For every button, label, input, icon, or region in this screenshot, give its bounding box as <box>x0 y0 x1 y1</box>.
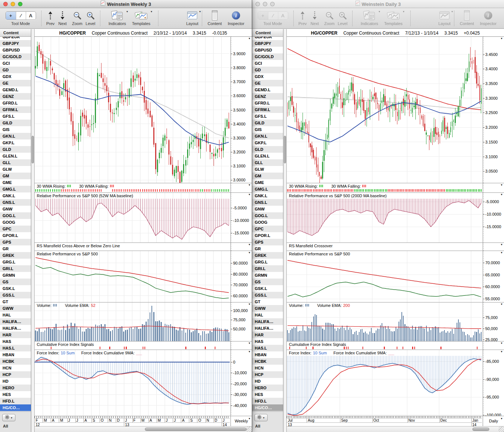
sidebar-item-gemdl[interactable]: GEMD.L <box>0 86 31 93</box>
mansfield-panel-collapse-caret[interactable]: ▼ <box>248 243 251 246</box>
next-button[interactable]: Next <box>309 10 320 26</box>
templates-menu-caret[interactable]: ▾ <box>151 10 152 13</box>
sidebar-item-hfdl[interactable]: HFD.L <box>0 398 31 404</box>
minimize-button[interactable] <box>263 2 267 6</box>
sidebar-item-gm[interactable]: GM <box>0 173 31 179</box>
sidebar-item-gci[interactable]: GCI <box>252 60 283 67</box>
sidebar-item-gme[interactable]: GME <box>0 179 31 186</box>
sidebar-item-ge[interactable]: GE <box>252 80 283 86</box>
price-panel-collapse-caret[interactable]: ▼ <box>248 37 251 40</box>
zoom-level-button[interactable]: Level <box>336 10 349 26</box>
sidebar-scrollbar-thumb[interactable] <box>32 136 34 163</box>
resize-grip[interactable] <box>498 426 504 432</box>
sidebar-item-gbpeur[interactable]: GBPEUR <box>0 37 31 40</box>
sidebar-item-gnkl[interactable]: GNK.L <box>0 192 31 199</box>
sidebar-item-hal[interactable]: HAL <box>0 312 31 318</box>
indicators-button[interactable]: ▾Indicators <box>106 10 129 26</box>
layout-menu-caret[interactable]: ▾ <box>199 10 201 13</box>
sidebar-item-has[interactable]: HAS <box>0 338 31 345</box>
sidebar-item-genz[interactable]: GENZ <box>252 93 283 100</box>
sidebar-item-goog[interactable]: GOOG <box>252 219 283 226</box>
sidebar-item-gnw[interactable]: GNW <box>0 206 31 212</box>
sidebar-item-gild[interactable]: GILD <box>0 120 31 126</box>
sidebar-item-gknl[interactable]: GKN.L <box>0 133 31 139</box>
sidebar-item-has[interactable]: HAS <box>252 338 283 345</box>
sidebar-item-gis[interactable]: GIS <box>0 126 31 133</box>
sidebar-item-hcn[interactable]: HCN <box>252 365 283 371</box>
sidebar-item-gll[interactable]: GLL <box>252 159 283 166</box>
sidebar-item-grmn[interactable]: GRMN <box>0 272 31 279</box>
line-tool-button[interactable]: ∕ <box>16 12 26 20</box>
sidebar-item-gld[interactable]: GLD <box>0 146 31 153</box>
sidebar-item-gps[interactable]: GPS <box>0 239 31 245</box>
cfis-panel-collapse-caret[interactable]: ▼ <box>500 342 503 345</box>
sidebar-item-hcbk[interactable]: HCBK <box>0 358 31 365</box>
sidebar-item-gps[interactable]: GPS <box>252 239 283 245</box>
sidebar-item-gbpjpy[interactable]: GBPJPY <box>252 40 283 47</box>
sidebar-item-gfsl[interactable]: GFS.L <box>0 113 31 120</box>
sidebar-item-gril[interactable]: GRI.L <box>0 265 31 272</box>
sidebar-item-gcgold[interactable]: GC/GOLD <box>0 53 31 60</box>
sidebar-item-gfrml[interactable]: GFRM.L <box>252 106 283 113</box>
sidebar-item-gme[interactable]: GME <box>252 179 283 186</box>
chart-hscrollbar[interactable] <box>287 426 504 432</box>
minimize-button[interactable] <box>11 2 15 6</box>
sidebar-item-hgco[interactable]: HG/CO… <box>252 404 283 411</box>
indicators-menu-caret[interactable]: ▾ <box>379 10 380 13</box>
cfis-panel-collapse-caret[interactable]: ▼ <box>248 342 251 345</box>
sidebar-item-gis[interactable]: GIS <box>252 126 283 133</box>
rs-panel-collapse-caret[interactable]: ▼ <box>500 251 503 254</box>
sidebar-item-hes[interactable]: HES <box>252 391 283 398</box>
indicators-menu-caret[interactable]: ▾ <box>126 10 128 13</box>
sidebar-item-hcp[interactable]: HCP <box>252 371 283 378</box>
sidebar-item-gdx[interactable]: GDX <box>0 73 31 80</box>
force-index-panel-collapse-caret[interactable]: ▼ <box>500 350 503 353</box>
sidebar-item-grgl[interactable]: GRG.L <box>252 259 283 265</box>
wma-signal-strip-collapse-caret[interactable]: ▼ <box>500 184 503 187</box>
sidebar-item-gmgl[interactable]: GMG.L <box>0 186 31 192</box>
layout-button[interactable]: ▾Layout <box>183 10 201 26</box>
periodicity-selector[interactable]: Weekly▼ <box>230 416 252 426</box>
sidebar-item-gt[interactable]: GT <box>0 298 31 305</box>
sidebar-item-gs[interactable]: GS <box>252 279 283 285</box>
sidebar-item-gnw[interactable]: GNW <box>252 206 283 212</box>
sidebar-item-gpc[interactable]: GPC <box>252 226 283 232</box>
sidebar-item-hcn[interactable]: HCN <box>0 365 31 371</box>
sidebar-scrollbar[interactable] <box>31 29 35 432</box>
sidebar-item-hban[interactable]: HBAN <box>0 351 31 358</box>
sidebar-item-gr[interactable]: GR <box>0 245 31 252</box>
sidebar-item-hero[interactable]: HERO <box>252 385 283 391</box>
sidebar-item-hero[interactable]: HERO <box>0 385 31 391</box>
sidebar-item-gd[interactable]: GD <box>0 67 31 73</box>
sidebar-item-gfrdl[interactable]: GFRD.L <box>0 100 31 106</box>
sidebar-item-genz[interactable]: GENZ <box>0 93 31 100</box>
ticker-list[interactable]: GBPEURGBPJPYGBPUSDGC/GOLDGCIGDGDXGEGEMD.… <box>252 37 283 411</box>
sidebar-item-gbpjpy[interactable]: GBPJPY <box>0 40 31 47</box>
crosshair-tool-button[interactable]: + <box>6 12 16 20</box>
sidebar-item-gm[interactable]: GM <box>252 173 283 179</box>
sidebar-item-halifa[interactable]: HALIFA… <box>252 318 283 325</box>
periodicity-caret[interactable]: ▼ <box>500 417 503 420</box>
zoom-out-button[interactable]: Zoom <box>71 10 84 26</box>
sidebar-item-hasl[interactable]: HAS.L <box>0 345 31 351</box>
chart-hscrollbar[interactable] <box>35 426 252 432</box>
force-index-panel-collapse-caret[interactable]: ▼ <box>248 350 251 353</box>
sidebar-item-gogl[interactable]: GOG.L <box>252 212 283 219</box>
sidebar-item-halifa[interactable]: HALIFA… <box>0 318 31 325</box>
sidebar-item-grgl[interactable]: GRG.L <box>0 259 31 265</box>
sidebar-item-gkpl[interactable]: GKP.L <box>252 139 283 146</box>
sidebar-item-hgco[interactable]: HG/CO… <box>0 404 31 411</box>
action-menu-button[interactable]: ▼ <box>254 414 268 421</box>
sidebar-item-gll[interactable]: GLL <box>0 159 31 166</box>
sidebar-item-ge[interactable]: GE <box>0 80 31 86</box>
sidebar-item-gbpusd[interactable]: GBPUSD <box>0 47 31 53</box>
sidebar-item-hd[interactable]: HD <box>252 378 283 385</box>
templates-button[interactable]: ▾Templates <box>129 10 153 26</box>
periodicity-caret[interactable]: ▼ <box>248 417 251 420</box>
price-panel-collapse-caret[interactable]: ▼ <box>500 37 503 40</box>
relative-performance-baseline-panel-collapse-caret[interactable]: ▼ <box>500 193 503 196</box>
sidebar-item-gskl[interactable]: GSK.L <box>252 285 283 292</box>
zoom-level-button[interactable]: Level <box>84 10 97 26</box>
periodicity-selector[interactable]: Daily▼ <box>483 416 504 426</box>
layout-button[interactable]: ▾Layout <box>435 10 454 26</box>
